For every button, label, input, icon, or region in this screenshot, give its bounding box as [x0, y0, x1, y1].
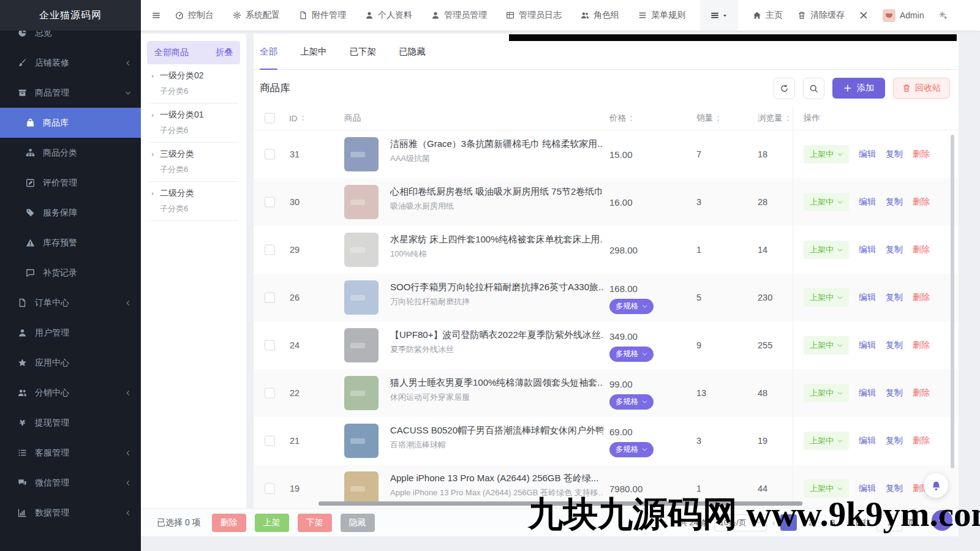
product-thumbnail[interactable] [344, 280, 379, 315]
nav-admin-menu[interactable]: Admin [883, 9, 924, 22]
product-thumbnail[interactable] [344, 233, 379, 267]
batch-hide-button[interactable]: 隐藏 [341, 514, 375, 532]
multi-spec-badge[interactable]: 多规格 [609, 394, 654, 410]
status-dropdown-button[interactable]: 上架中 [804, 193, 849, 211]
copy-link[interactable]: 复制 [886, 149, 903, 160]
tree-item[interactable]: 一级分类01 子分类6 [149, 103, 238, 143]
product-thumbnail[interactable] [344, 137, 379, 171]
sidebar-item-wechat-manage[interactable]: 微信管理 [0, 468, 141, 498]
tree-item[interactable]: 三级分类 子分类6 [149, 143, 238, 182]
tab-off-sale[interactable]: 已下架 [350, 34, 377, 69]
tree-item[interactable]: 二级分类 子分类6 [149, 182, 238, 221]
nav-item-admin-manage[interactable]: 管理员管理 [431, 10, 487, 21]
delete-link[interactable]: 删除 [913, 388, 930, 399]
product-thumbnail[interactable] [344, 376, 379, 410]
recycle-bin-button[interactable]: 回收站 [893, 78, 950, 99]
status-dropdown-button[interactable]: 上架中 [804, 336, 849, 354]
sidebar-item-stock-warning[interactable]: 库存预警 [0, 228, 141, 258]
multi-spec-badge[interactable]: 多规格 [609, 347, 654, 362]
tab-on-sale[interactable]: 上架中 [300, 34, 327, 69]
sidebar-toggle-button[interactable] [141, 11, 172, 20]
sidebar-item-shop-decor[interactable]: 店铺装修 [0, 48, 141, 78]
sidebar-item-order-center[interactable]: 订单中心 [0, 288, 141, 318]
delete-link[interactable]: 删除 [913, 149, 930, 160]
refresh-button[interactable] [774, 78, 795, 99]
row-checkbox[interactable] [265, 436, 275, 446]
category-header[interactable]: 全部商品 折叠 [147, 41, 240, 64]
row-checkbox[interactable] [265, 293, 275, 303]
batch-off-sale-button[interactable]: 下架 [298, 514, 332, 532]
nav-item-attachment[interactable]: 附件管理 [299, 10, 346, 21]
edit-link[interactable]: 编辑 [859, 340, 876, 351]
copy-link[interactable]: 复制 [886, 388, 903, 399]
delete-link[interactable]: 删除 [913, 197, 930, 208]
add-button[interactable]: 添加 [832, 78, 885, 99]
edit-link[interactable]: 编辑 [859, 244, 876, 255]
multi-spec-badge[interactable]: 多规格 [609, 442, 654, 457]
edit-link[interactable]: 编辑 [859, 435, 876, 446]
sidebar-item-data-manage[interactable]: 数据管理 [0, 498, 141, 528]
row-checkbox[interactable] [265, 149, 275, 160]
sidebar-item-product-manage[interactable]: 商品管理 [0, 78, 141, 108]
product-thumbnail[interactable] [344, 471, 379, 506]
multi-spec-badge[interactable]: 多规格 [609, 299, 654, 314]
tab-hidden[interactable]: 已隐藏 [399, 34, 426, 69]
nav-clear-cache[interactable]: 清除缓存 [797, 10, 845, 21]
settings-button[interactable] [939, 11, 948, 20]
product-thumbnail[interactable] [344, 328, 379, 362]
delete-link[interactable]: 删除 [913, 340, 930, 351]
search-button[interactable] [803, 78, 824, 99]
copy-link[interactable]: 复制 [886, 435, 903, 446]
sidebar-item-withdraw-manage[interactable]: 提现管理 [0, 408, 141, 438]
nav-item-role-group[interactable]: 角色组 [581, 10, 619, 21]
product-thumbnail[interactable] [344, 185, 379, 219]
edit-link[interactable]: 编辑 [859, 149, 876, 160]
nav-home[interactable]: 主页 [753, 10, 783, 21]
nav-item-dashboard[interactable]: 控制台 [175, 10, 214, 21]
nav-item-system-config[interactable]: 系统配置 [233, 10, 280, 21]
row-checkbox[interactable] [265, 484, 275, 494]
nav-item-profile[interactable]: 个人资料 [365, 10, 412, 21]
status-dropdown-button[interactable]: 上架中 [804, 432, 849, 450]
status-dropdown-button[interactable]: 上架中 [804, 384, 849, 402]
status-dropdown-button[interactable]: 上架中 [804, 241, 849, 259]
copy-link[interactable]: 复制 [886, 340, 903, 351]
fullscreen-button[interactable] [859, 11, 868, 20]
nav-item-admin-log[interactable]: 管理员日志 [506, 10, 562, 21]
copy-link[interactable]: 复制 [886, 197, 903, 208]
nav-more-dropdown[interactable] [700, 0, 738, 31]
tree-item[interactable]: 一级分类02 子分类6 [149, 64, 238, 103]
product-thumbnail[interactable] [344, 424, 379, 458]
sidebar-item-app-center[interactable]: 应用中心 [0, 348, 141, 378]
delete-link[interactable]: 删除 [913, 435, 930, 446]
copy-link[interactable]: 复制 [886, 292, 903, 303]
tab-all[interactable]: 全部 [260, 34, 277, 69]
batch-delete-button[interactable]: 删除 [212, 514, 246, 532]
status-dropdown-button[interactable]: 上架中 [804, 145, 849, 163]
edit-link[interactable]: 编辑 [859, 292, 876, 303]
row-checkbox[interactable] [265, 388, 275, 399]
sidebar-item-customer-service[interactable]: 客服管理 [0, 438, 141, 468]
edit-link[interactable]: 编辑 [859, 388, 876, 399]
sidebar-item-overview[interactable]: 总览 [0, 31, 141, 48]
sidebar-item-restock-record[interactable]: 补货记录 [0, 258, 141, 288]
sidebar-item-service-guarantee[interactable]: 服务保障 [0, 198, 141, 228]
sidebar-item-product-category[interactable]: 商品分类 [0, 138, 141, 168]
status-dropdown-button[interactable]: 上架中 [804, 288, 849, 307]
sidebar-item-product-library[interactable]: 商品库 [0, 108, 141, 138]
row-checkbox[interactable] [265, 197, 275, 208]
row-checkbox[interactable] [265, 245, 275, 255]
sidebar-item-review-manage[interactable]: 评价管理 [0, 168, 141, 198]
sidebar-item-user-manage[interactable]: 用户管理 [0, 318, 141, 348]
delete-link[interactable]: 删除 [913, 292, 930, 303]
row-checkbox[interactable] [265, 340, 275, 351]
select-all-checkbox[interactable] [265, 113, 275, 124]
collapse-button[interactable]: 折叠 [216, 47, 233, 58]
delete-link[interactable]: 删除 [913, 244, 930, 255]
batch-on-sale-button[interactable]: 上架 [255, 514, 289, 532]
sidebar-item-distribution-center[interactable]: 分销中心 [0, 378, 141, 408]
vertical-scrollbar[interactable] [951, 135, 954, 468]
copy-link[interactable]: 复制 [886, 244, 903, 255]
edit-link[interactable]: 编辑 [859, 197, 876, 208]
nav-item-menu-rule[interactable]: 菜单规则 [638, 10, 685, 21]
